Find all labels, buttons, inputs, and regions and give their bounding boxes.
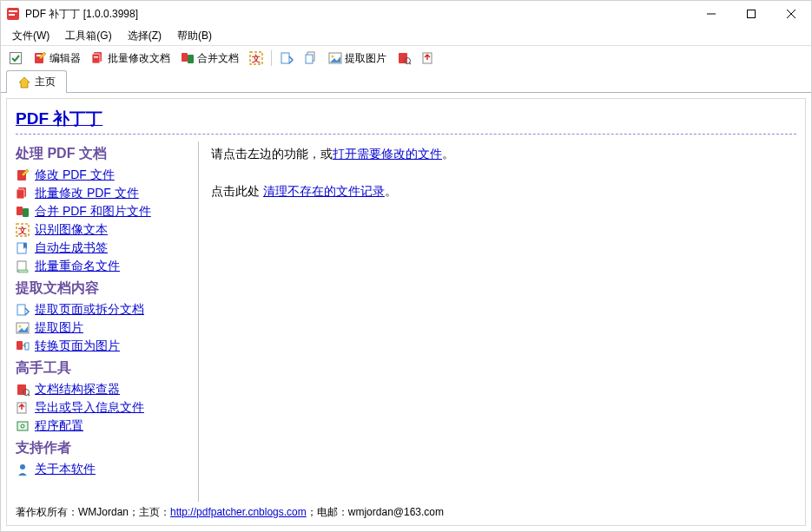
section-advanced-list: 文档结构探查器 导出或导入信息文件 程序配置 (16, 381, 193, 436)
window-controls (691, 1, 811, 27)
ocr-icon: 文 (16, 223, 30, 237)
tab-home[interactable]: 主页 (6, 70, 67, 93)
action-batch-modify-link[interactable]: 批量修改 PDF 文件 (35, 186, 139, 201)
svg-rect-29 (17, 207, 23, 215)
svg-rect-1 (9, 10, 17, 12)
action-modify-pdf-link[interactable]: 修改 PDF 文件 (35, 167, 115, 183)
left-column: 处理 PDF 文档 修改 PDF 文件 批量修改 PDF 文件 合并 PDF 和… (16, 141, 198, 502)
svg-point-38 (19, 325, 22, 328)
pdf-edit-icon (16, 168, 30, 182)
svg-rect-17 (281, 53, 289, 63)
section-process-list: 修改 PDF 文件 批量修改 PDF 文件 合并 PDF 和图片文件 文识别图像… (16, 167, 193, 276)
action-export-info-link[interactable]: 导出或导入信息文件 (35, 400, 144, 416)
svg-rect-11 (92, 54, 100, 63)
tab-strip: 主页 (1, 70, 811, 93)
homepage-link[interactable]: http://pdfpatcher.cnblogs.com (170, 506, 307, 518)
cleanup-link[interactable]: 清理不存在的文件记录 (263, 184, 385, 198)
action-ocr-link[interactable]: 识别图像文本 (35, 222, 108, 238)
title-bar: PDF 补丁丁 [1.0.0.3998] (1, 1, 811, 27)
instruction-text: 请点击左边的功能，或 (211, 147, 333, 161)
svg-rect-36 (17, 305, 25, 315)
instruction-suffix: 。 (442, 147, 454, 161)
copyright-text: 著作权所有：WMJordan；主页： (16, 506, 170, 518)
action-batch-modify: 批量修改 PDF 文件 (16, 185, 193, 203)
menu-help[interactable]: 帮助(B) (169, 27, 220, 45)
page-title[interactable]: PDF 补丁丁 (16, 108, 102, 130)
pdf-merge-icon (16, 205, 30, 219)
toolbar-extract-image-label: 提取图片 (345, 51, 386, 66)
toolbar-merge[interactable]: 合并文档 (176, 49, 243, 69)
menu-file[interactable]: 文件(W) (4, 27, 57, 45)
action-extract-images-link[interactable]: 提取图片 (35, 320, 83, 336)
svg-rect-4 (748, 10, 756, 18)
svg-rect-14 (188, 55, 194, 63)
svg-rect-19 (306, 55, 313, 63)
ocr-icon: 文 (249, 51, 263, 65)
action-config-link[interactable]: 程序配置 (35, 418, 83, 434)
action-extract-pages: 提取页面或拆分文档 (16, 301, 193, 319)
toolbar-separator (271, 50, 272, 66)
svg-rect-13 (182, 53, 188, 62)
svg-point-47 (20, 464, 25, 470)
toolbar-ocr[interactable]: 文 (245, 49, 267, 68)
divider (16, 134, 796, 135)
svg-text:文: 文 (251, 54, 261, 63)
checkbox-icon (9, 51, 23, 65)
image-icon (328, 51, 342, 65)
svg-line-43 (28, 394, 30, 396)
action-rename-link[interactable]: 批量重命名文件 (35, 259, 120, 274)
menu-select[interactable]: 选择(Z) (120, 27, 169, 45)
section-extract-heading: 提取文档内容 (16, 279, 193, 298)
instruction-line-1: 请点击左边的功能，或打开需要修改的文件。 (211, 143, 796, 165)
copy-icon (304, 51, 318, 65)
toolbar-extract-image[interactable]: 提取图片 (324, 49, 391, 69)
close-button[interactable] (771, 1, 811, 27)
home-icon (17, 76, 31, 89)
toolbar: 编辑器 批量修改文档 合并文档 文 提取图片 (1, 46, 811, 70)
action-modify-pdf: 修改 PDF 文件 (16, 167, 193, 185)
toolbar-export-info[interactable] (417, 49, 439, 68)
instruction-suffix-2: 。 (385, 184, 397, 198)
section-support-heading: 支持作者 (16, 439, 193, 457)
maximize-button[interactable] (731, 1, 771, 27)
toolbar-editor[interactable]: 编辑器 (29, 49, 85, 69)
svg-rect-30 (23, 208, 29, 217)
action-extract-pages-link[interactable]: 提取页面或拆分文档 (35, 302, 144, 318)
svg-rect-35 (18, 270, 28, 273)
svg-rect-2 (9, 14, 15, 16)
pdf-batch-icon (91, 51, 105, 65)
action-about-link[interactable]: 关于本软件 (35, 462, 96, 477)
action-merge: 合并 PDF 和图片文件 (16, 203, 193, 221)
action-config: 程序配置 (16, 417, 193, 436)
action-page-to-image-link[interactable]: 转换页面为图片 (35, 338, 120, 354)
toolbar-structure[interactable] (393, 49, 415, 68)
svg-point-21 (332, 56, 334, 58)
toolbar-batch-modify[interactable]: 批量修改文档 (87, 49, 175, 69)
action-merge-link[interactable]: 合并 PDF 和图片文件 (35, 204, 151, 220)
toolbar-editor-label: 编辑器 (50, 51, 81, 66)
action-structure: 文档结构探查器 (16, 381, 193, 399)
app-icon (6, 7, 20, 21)
structure-icon (16, 383, 30, 397)
pdf-edit-icon (33, 51, 47, 65)
open-file-link[interactable]: 打开需要修改的文件 (333, 147, 442, 161)
instruction-line-2: 点击此处 清理不存在的文件记录。 (211, 181, 796, 202)
toolbar-merge-label: 合并文档 (197, 51, 239, 66)
pdf-batch-icon (16, 187, 30, 200)
menu-toolbox[interactable]: 工具箱(G) (57, 27, 119, 45)
action-about: 关于本软件 (16, 461, 193, 479)
export-icon (16, 401, 30, 415)
toolbar-extract-pages[interactable] (275, 49, 298, 68)
menu-bar: 文件(W) 工具箱(G) 选择(Z) 帮助(B) (1, 27, 811, 46)
section-extract-list: 提取页面或拆分文档 提取图片 转换页面为图片 (16, 301, 193, 356)
section-process-heading: 处理 PDF 文档 (16, 145, 193, 163)
person-icon (16, 463, 30, 476)
section-advanced-heading: 高手工具 (16, 359, 193, 378)
action-bookmark-link[interactable]: 自动生成书签 (35, 240, 108, 256)
right-column: 请点击左边的功能，或打开需要修改的文件。 点击此处 清理不存在的文件记录。 (211, 141, 796, 502)
action-structure-link[interactable]: 文档结构探查器 (35, 382, 120, 397)
toolbar-checkbox[interactable] (4, 49, 27, 68)
svg-rect-45 (17, 422, 28, 430)
toolbar-copy[interactable] (300, 49, 322, 68)
minimize-button[interactable] (691, 1, 731, 27)
